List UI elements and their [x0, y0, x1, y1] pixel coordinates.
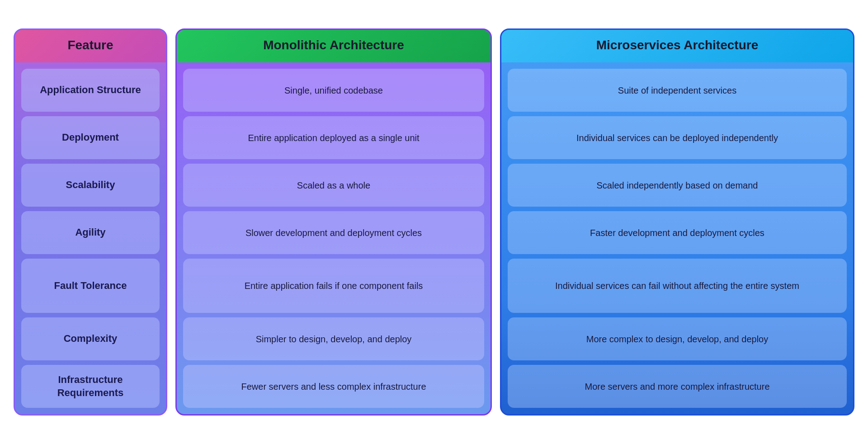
table-row: Single, unified codebase — [183, 69, 484, 112]
cell-value: Suite of independent services — [618, 85, 736, 95]
microservices-header-text: Microservices Architecture — [596, 38, 758, 52]
table-row: More servers and more complex infrastruc… — [508, 365, 847, 408]
cell-value: Faster development and deployment cycles — [590, 228, 764, 238]
table-row: Application Structure — [21, 69, 160, 112]
cell-value: Scaled as a whole — [297, 180, 370, 190]
table-row: Individual services can fail without aff… — [508, 259, 847, 313]
cell-value: More complex to design, develop, and dep… — [586, 334, 768, 344]
table-row: Infrastructure Requirements — [21, 365, 160, 408]
cell-value: Individual services can be deployed inde… — [576, 133, 778, 143]
table-row: Scaled as a whole — [183, 164, 484, 207]
feature-label: Application Structure — [40, 84, 141, 95]
monolithic-header: Monolithic Architecture — [177, 30, 491, 62]
cell-value: Single, unified codebase — [284, 85, 383, 95]
table-row: Slower development and deployment cycles — [183, 211, 484, 254]
table-row: Entire application deployed as a single … — [183, 116, 484, 159]
comparison-table: Feature Application StructureDeploymentS… — [14, 28, 854, 416]
table-row: Suite of independent services — [508, 69, 847, 112]
cell-value: More servers and more complex infrastruc… — [585, 382, 769, 392]
monolithic-body: Single, unified codebaseEntire applicati… — [177, 62, 491, 414]
feature-header: Feature — [15, 30, 166, 62]
feature-body: Application StructureDeploymentScalabili… — [15, 62, 166, 414]
cell-value: Simpler to design, develop, and deploy — [256, 334, 412, 344]
cell-value: Slower development and deployment cycles — [245, 228, 422, 238]
microservices-body: Suite of independent servicesIndividual … — [501, 62, 853, 414]
feature-label: Fault Tolerance — [54, 280, 127, 291]
cell-value: Fewer servers and less complex infrastru… — [241, 382, 426, 392]
feature-label: Infrastructure Requirements — [57, 374, 124, 398]
microservices-column: Microservices Architecture Suite of inde… — [500, 28, 854, 416]
table-row: Simpler to design, develop, and deploy — [183, 317, 484, 360]
table-row: Agility — [21, 211, 160, 254]
table-row: Entire application fails if one componen… — [183, 259, 484, 313]
feature-label: Deployment — [62, 132, 119, 143]
table-row: Individual services can be deployed inde… — [508, 116, 847, 159]
table-row: Fewer servers and less complex infrastru… — [183, 365, 484, 408]
cell-value: Entire application deployed as a single … — [248, 133, 419, 143]
table-row: Scalability — [21, 164, 160, 207]
cell-value: Entire application fails if one componen… — [245, 281, 423, 291]
feature-label: Agility — [75, 227, 105, 238]
cell-value: Scaled independently based on demand — [597, 180, 758, 190]
table-row: Scaled independently based on demand — [508, 164, 847, 207]
microservices-header: Microservices Architecture — [501, 30, 853, 62]
monolithic-column: Monolithic Architecture Single, unified … — [175, 28, 492, 416]
cell-value: Individual services can fail without aff… — [555, 281, 799, 291]
table-row: Deployment — [21, 116, 160, 159]
feature-column: Feature Application StructureDeploymentS… — [14, 28, 167, 416]
table-row: Faster development and deployment cycles — [508, 211, 847, 254]
feature-header-text: Feature — [67, 38, 113, 52]
table-row: More complex to design, develop, and dep… — [508, 317, 847, 360]
feature-label: Complexity — [64, 333, 118, 344]
table-row: Complexity — [21, 317, 160, 360]
feature-label: Scalability — [66, 179, 115, 190]
monolithic-header-text: Monolithic Architecture — [263, 38, 404, 52]
table-row: Fault Tolerance — [21, 259, 160, 313]
